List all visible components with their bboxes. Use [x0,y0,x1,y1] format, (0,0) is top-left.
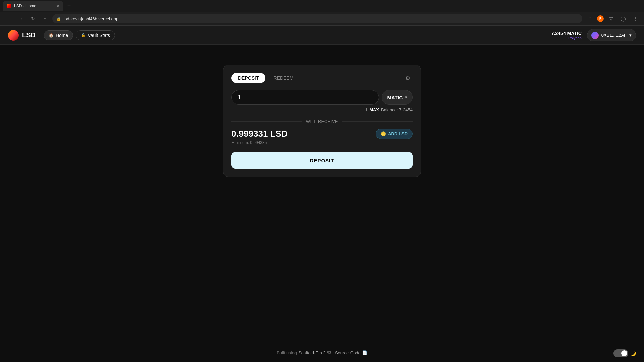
token-chevron-icon: ▾ [405,95,407,100]
amount-input-row: MATIC ▾ [231,90,413,105]
lock-icon: 🔒 [56,17,61,21]
deposit-card: DEPOSIT REDEEM ⚙ MATIC ▾ ℹ MAX Balance: … [223,65,421,177]
home-button[interactable]: ⌂ [40,14,50,23]
theme-toggle-area: 🌙 [613,349,636,357]
footer-prefix: Built using [277,350,297,355]
address-bar[interactable]: 🔒 lsd-kevinjoshi46b.vercel.app [52,14,582,23]
footer-pipe: | [333,350,334,355]
browser-nav-actions: ⇧ B ▽ ◯ ⋮ [585,14,640,23]
reload-button[interactable]: ↻ [28,14,38,23]
token-label: MATIC [387,95,403,100]
wallet-address: 0XB1...E2AF [601,33,627,38]
info-icon: ℹ [366,107,367,112]
profile-button[interactable]: ◯ [619,14,628,23]
divider-right [342,121,413,122]
share-button[interactable]: ⇧ [585,14,594,23]
back-button[interactable]: ← [4,14,13,23]
header-right: 7.2454 MATIC Polygon 0XB1...E2AF ▾ [551,29,636,41]
vault-nav-label: Vault Stats [88,33,110,38]
vault-nav-icon: 🔒 [81,33,86,37]
app-header: LSD 🏠 Home 🔒 Vault Stats 7.2454 MATIC Po… [0,26,644,45]
source-emoji: 📄 [362,350,367,355]
logo-area: LSD [8,30,36,41]
will-receive-label: WILL RECEIVE [306,119,338,124]
home-nav-label: Home [56,33,68,38]
active-tab[interactable]: LSD - Home × [3,1,63,11]
deposit-tab[interactable]: DEPOSIT [231,73,265,83]
source-code-link[interactable]: Source Code [335,350,361,355]
add-lsd-label: ADD LSD [388,131,408,136]
balance-row: ℹ MAX Balance: 7.2454 [231,107,413,112]
extensions-button[interactable]: ▽ [606,14,616,23]
wallet-avatar [591,32,599,39]
toggle-thumb [621,350,627,356]
new-tab-button[interactable]: + [64,1,74,11]
deposit-button[interactable]: DEPOSIT [231,152,413,169]
theme-toggle-button[interactable] [613,349,628,357]
matic-balance: 7.2454 MATIC Polygon [551,31,582,40]
max-button[interactable]: MAX [369,107,379,112]
scaffold-emoji: 🏗 [327,350,331,355]
forward-button[interactable]: → [16,14,25,23]
nav-link-vault-stats[interactable]: 🔒 Vault Stats [76,30,115,40]
logo-icon [8,30,19,41]
wallet-button[interactable]: 0XB1...E2AF ▾ [587,29,636,41]
matic-amount: 7.2454 MATIC [551,31,582,36]
source-code-text: Source Code [335,350,361,355]
will-receive-divider: WILL RECEIVE [231,119,413,124]
balance-text: Balance: 7.2454 [381,107,413,112]
tab-switcher: DEPOSIT REDEEM ⚙ [231,73,413,83]
add-lsd-button[interactable]: 🪙 ADD LSD [376,129,413,139]
receive-amount: 0.999331 LSD [231,129,288,139]
tab-bar: LSD - Home × + [0,0,644,12]
polygon-label: Polygon [551,36,582,40]
app-nav-links: 🏠 Home 🔒 Vault Stats [44,30,115,40]
home-nav-icon: 🏠 [49,33,54,38]
tab-favicon [7,4,11,8]
tab-close-button[interactable]: × [57,4,59,8]
wallet-caret: ▾ [629,33,632,38]
token-select-button[interactable]: MATIC ▾ [382,90,413,105]
browser-chrome: LSD - Home × + ← → ↻ ⌂ 🔒 lsd-kevinjoshi4… [0,0,644,26]
tab-title: LSD - Home [14,4,36,8]
nav-link-home[interactable]: 🏠 Home [44,30,73,40]
browser-nav-bar: ← → ↻ ⌂ 🔒 lsd-kevinjoshi46b.vercel.app ⇧… [0,12,644,25]
moon-icon: 🌙 [630,351,636,356]
receive-info: 0.999331 LSD Minimum: 0.994335 [231,129,288,145]
divider-left [231,121,302,122]
brave-shield-button[interactable]: B [597,15,604,22]
receive-row: 0.999331 LSD Minimum: 0.994335 🪙 ADD LSD [231,129,413,145]
url-text: lsd-kevinjoshi46b.vercel.app [64,16,118,21]
amount-input[interactable] [231,90,379,105]
logo-text: LSD [22,31,36,39]
scaffold-link-text: Scaffold-Eth 2 [298,350,325,355]
footer: Built using Scaffold-Eth 2 🏗 | Source Co… [277,350,367,355]
main-content: DEPOSIT REDEEM ⚙ MATIC ▾ ℹ MAX Balance: … [0,45,644,177]
scaffold-eth-link[interactable]: Scaffold-Eth 2 [298,350,325,355]
wallet-small-icon: 🪙 [381,131,386,136]
minimum-text: Minimum: 0.994335 [231,140,288,145]
card-settings-button[interactable]: ⚙ [402,73,413,83]
redeem-tab[interactable]: REDEEM [267,73,300,83]
menu-button[interactable]: ⋮ [631,14,640,23]
